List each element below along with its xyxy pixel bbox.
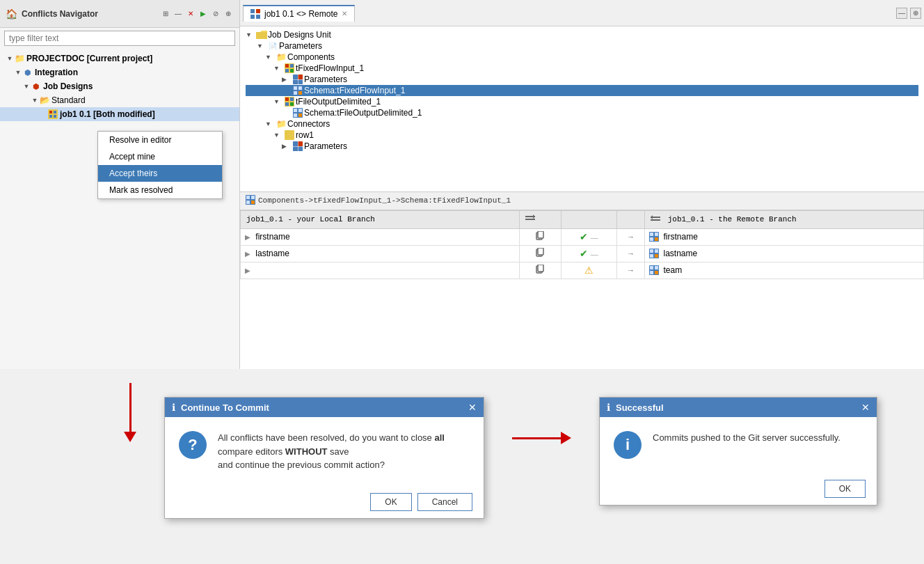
minimize-icon[interactable]: — (173, 8, 184, 19)
svg-rect-17 (298, 80, 303, 85)
diff-tab[interactable]: job1 0.1 <> Remote ✕ (243, 5, 355, 22)
svg-rect-34 (293, 141, 298, 146)
diff-tree-jobdesignsunit[interactable]: ▼ Job Designs Unit (246, 29, 918, 40)
table-row[interactable]: ▶ firstname ✔ — → (241, 228, 924, 245)
breadcrumb-icon (246, 195, 255, 207)
direction-cell: → (617, 228, 645, 245)
schema-icon (292, 86, 304, 95)
tree-item-projectdoc[interactable]: ▼ 📁 PROJECTDOC [Current project] (0, 52, 239, 65)
win-minimize[interactable]: — (896, 8, 907, 19)
breadcrumb-text: Components->tFixedFlowInput_1->Schema:tF… (258, 196, 511, 205)
tree-item-integration[interactable]: ▼ ⬢ Integration (0, 65, 239, 79)
expand-arrow[interactable]: ▶ (282, 76, 292, 83)
status-cell: ✔ — (561, 228, 616, 245)
svg-rect-31 (294, 113, 297, 117)
ok-button[interactable]: OK (825, 480, 866, 498)
svg-rect-47 (651, 219, 660, 221)
diff-tree-components[interactable]: ▼ 📁 Components (246, 52, 918, 63)
arrow-head-down (124, 432, 136, 442)
folder-icon: 📁 (275, 119, 287, 129)
context-menu-resolve[interactable]: Resolve in editor (98, 132, 222, 148)
svg-rect-64 (538, 265, 543, 272)
tab-close-button[interactable]: ✕ (342, 10, 347, 17)
add-icon[interactable]: ⊞ (160, 8, 171, 19)
filter-input[interactable] (4, 31, 235, 46)
diff-tree-row1[interactable]: ▼ row1 (246, 130, 918, 141)
check-icon: ✔ (580, 231, 588, 242)
svg-rect-20 (298, 86, 302, 90)
down-arrow (124, 383, 136, 442)
table-row[interactable]: ▶ ⚠ → tea (241, 262, 924, 279)
expand-arrow[interactable]: ▼ (265, 54, 275, 61)
info-icon: ℹ (607, 402, 610, 413)
dialog-message: Commits pushed to the Git server success… (653, 431, 841, 445)
copy-action-cell[interactable] (519, 245, 561, 262)
cancel-button[interactable]: Cancel (417, 493, 472, 511)
collapse-arrow[interactable]: ▼ (6, 55, 14, 62)
local-branch-header: job1_0.1 - your Local Branch (241, 210, 520, 228)
stop-icon[interactable]: ⊘ (210, 8, 221, 19)
home-icon: 🏠 (6, 8, 17, 19)
svg-rect-59 (650, 249, 653, 253)
expand-arrow[interactable]: ▼ (273, 65, 283, 72)
diff-tree-parameters2[interactable]: ▶ Parameters (246, 74, 918, 85)
tree-item-standard[interactable]: ▼ 📂 Standard (0, 93, 239, 107)
context-menu-acceptmine[interactable]: Accept mine (98, 148, 222, 165)
diff-panel: job1 0.1 <> Remote ✕ — ⊕ ▼ Job Designs U… (240, 0, 924, 369)
remote-schema-icon (649, 232, 659, 242)
actions-header-icon (519, 210, 561, 228)
close-red-icon[interactable]: ✕ (185, 8, 196, 19)
diff-table: job1_0.1 - your Local Branch job1_0.1 - … (240, 210, 924, 279)
svg-rect-41 (246, 201, 250, 204)
tree-item-jobdesigns[interactable]: ▼ ⬢ Job Designs (0, 79, 239, 93)
diff-tree-parameters1[interactable]: ▼ 📄 Parameters (246, 40, 918, 52)
breadcrumb-bar: Components->tFixedFlowInput_1->Schema:tF… (240, 192, 924, 210)
local-cell: ▶ lastname (241, 245, 520, 262)
diff-tree-schemafile[interactable]: Schema:tFileOutputDelimited_1 (246, 107, 918, 118)
expand-arrow[interactable]: ▼ (257, 42, 266, 49)
collapse-arrow[interactable]: ▼ (22, 83, 31, 90)
diff-tree-label: Parameters (279, 41, 322, 51)
copy-icon (535, 231, 545, 241)
dialog-close-button[interactable]: ✕ (861, 402, 870, 413)
tree-label: Standard (51, 95, 86, 105)
folder-icon (255, 30, 268, 40)
expand-arrow[interactable]: ▼ (265, 120, 275, 127)
win-maximize[interactable]: ⊕ (910, 8, 921, 19)
diff-tree-label: Parameters (304, 75, 347, 84)
dialog-close-button[interactable]: ✕ (468, 402, 477, 413)
context-menu-markresolved[interactable]: Mark as resolved (98, 182, 222, 198)
component-icon (283, 97, 296, 107)
component-icon (283, 130, 296, 140)
info-icon: ℹ (172, 402, 175, 413)
table-row[interactable]: ▶ lastname ✔ — → (241, 245, 924, 262)
copy-action-cell[interactable] (519, 228, 561, 245)
collapse-arrow[interactable]: ▼ (14, 69, 22, 76)
tab-label: job1 0.1 <> Remote (264, 9, 337, 19)
diff-tree-tfileoutput[interactable]: ▼ tFileOutputDelimited_1 (246, 96, 918, 107)
copy-action-cell[interactable] (519, 262, 561, 279)
diff-tree-tfixed[interactable]: ▼ tFixedFlowInput_1 (246, 63, 918, 74)
svg-rect-50 (538, 231, 543, 238)
diff-tree-schemafixed[interactable]: Schema:tFixedFlowInput_1 (246, 85, 918, 96)
expand-arrow[interactable]: ▶ (282, 143, 292, 150)
collapse-arrow[interactable]: ▼ (31, 97, 39, 104)
settings-icon[interactable]: ⊕ (223, 8, 234, 19)
tree-item-job1[interactable]: job1 0.1 [Both modified] (0, 107, 239, 121)
remote-branch-header: job1_0.1 - the Remote Branch (645, 210, 924, 228)
ok-button[interactable]: OK (370, 493, 411, 511)
svg-rect-19 (294, 86, 297, 90)
arrow-line-vertical (129, 383, 132, 432)
context-menu-accepttheirs[interactable]: Accept theirs (98, 165, 222, 182)
dialog-title: Continue To Commit (181, 402, 463, 413)
diff-tree-connectors[interactable]: ▼ 📁 Connectors (246, 118, 918, 130)
expand-arrow[interactable]: ▼ (246, 31, 255, 38)
folder-icon: 📁 (275, 52, 287, 62)
remote-schema-icon (649, 265, 659, 275)
play-icon[interactable]: ▶ (198, 8, 209, 19)
expand-arrow[interactable]: ▼ (273, 98, 283, 105)
expand-arrow[interactable]: ▼ (273, 132, 283, 139)
header-icons: ⊞ — ✕ ▶ ⊘ ⊕ (160, 8, 234, 19)
remote-schema-icon (649, 249, 659, 258)
diff-tree-parameters3[interactable]: ▶ Parameters (246, 141, 918, 152)
